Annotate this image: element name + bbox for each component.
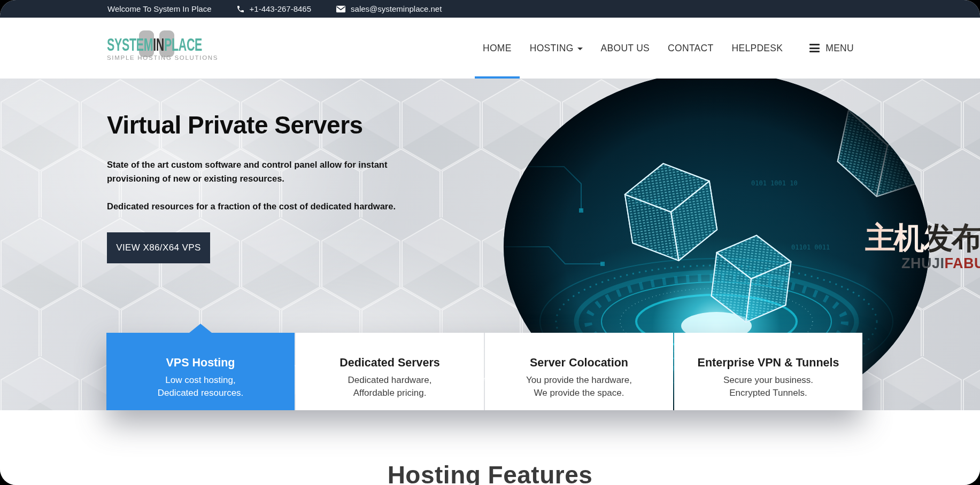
tab-line: We provide the space. [485,387,673,400]
tab-line: Affordable pricing. [296,387,484,400]
tab-vps-hosting[interactable]: VPS Hosting Low cost hosting, Dedicated … [106,333,295,410]
features-title: Hosting Features [0,410,980,485]
nav-item-hosting[interactable]: HOSTING [521,18,592,79]
features-section: Hosting Features [0,410,980,485]
topbar-inner: Welcome To System In Place +1-443-267-84… [107,4,442,13]
nav-item-helpdesk[interactable]: HELPDESK [722,18,792,79]
nav-item-home[interactable]: HOME [474,18,521,79]
tab-title: Server Colocation [485,356,673,370]
header: SYSTEMINPLACE SIMPLE HOSTING SOLUTIONS H… [0,18,980,79]
page: Welcome To System In Place +1-443-267-84… [0,0,980,485]
tab-line: Dedicated resources. [106,387,295,400]
service-tabs: VPS Hosting Low cost hosting, Dedicated … [106,333,862,410]
tab-title: Dedicated Servers [296,356,484,370]
tab-line: You provide the hardware, [485,374,673,387]
welcome-text: Welcome To System In Place [107,4,212,13]
nav-item-contact[interactable]: CONTACT [659,18,722,79]
topbar: Welcome To System In Place +1-443-267-84… [0,0,980,18]
tab-title: Enterprise VPN & Tunnels [674,356,862,370]
email-address: sales@systeminplace.net [351,4,442,13]
tab-enterprise-vpn[interactable]: Enterprise VPN & Tunnels Secure your bus… [674,333,862,410]
hamburger-icon [809,44,820,52]
hero-paragraph-1: State of the art custom software and con… [107,158,398,185]
tab-dedicated-servers[interactable]: Dedicated Servers Dedicated hardware, Af… [296,333,484,410]
nav-item-about-us[interactable]: ABOUT US [592,18,659,79]
hero-copy: Virtual Private Servers State of the art… [107,111,406,263]
phone-number: +1-443-267-8465 [250,4,312,13]
hero-paragraph-2: Dedicated resources for a fraction of th… [107,199,398,213]
topbar-phone[interactable]: +1-443-267-8465 [236,4,312,13]
tab-line: Encrypted Tunnels. [674,387,862,400]
tab-line: Low cost hosting, [106,374,295,387]
logo-wordmark: SYSTEMINPLACE [107,35,171,53]
tab-line: Dedicated hardware, [296,374,484,387]
phone-icon [236,5,245,13]
tab-title: VPS Hosting [106,356,295,370]
topbar-email[interactable]: sales@systeminplace.net [336,4,442,13]
envelope-icon [336,5,346,13]
chevron-down-icon [577,48,583,50]
tab-server-colocation[interactable]: Server Colocation You provide the hardwa… [485,333,673,410]
hero-title: Virtual Private Servers [107,111,406,139]
logo-tagline: SIMPLE HOSTING SOLUTIONS [107,54,209,61]
logo[interactable]: SYSTEMINPLACE SIMPLE HOSTING SOLUTIONS [107,30,209,66]
menu-button[interactable]: MENU [800,18,863,79]
view-vps-button[interactable]: VIEW X86/X64 VPS [107,232,210,263]
main-nav: HOME HOSTING ABOUT US CONTACT HELPDESK M… [474,18,863,79]
tab-line: Secure your business. [674,374,862,387]
